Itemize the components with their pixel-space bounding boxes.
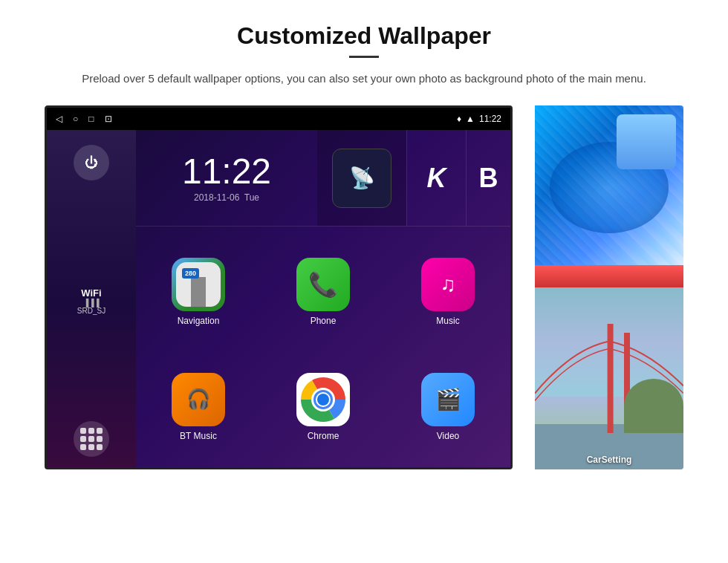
carsetting-label: CarSetting (535, 455, 683, 465)
bridge-wallpaper: CarSetting (535, 287, 683, 469)
app-video[interactable]: 🎬 Video (386, 349, 510, 464)
phone-symbol: 📞 (308, 270, 338, 299)
nav-back-icon[interactable]: ◁ (56, 114, 62, 124)
app-chrome[interactable]: Chrome (261, 349, 386, 464)
chrome-icon (296, 373, 350, 426)
left-sidebar: ⏻ WiFi ▐▐▐ SRD_SJ (47, 130, 136, 469)
status-bar: ◁ ○ □ ⊡ ♦ ▲ 11:22 (47, 108, 510, 130)
bridge-cables-svg (535, 287, 683, 469)
nav-screenshot-icon[interactable]: ⊡ (105, 114, 112, 124)
wifi-bars-icon: ▐▐▐ (77, 299, 105, 307)
radio-icon-box: 📡 (332, 149, 391, 208)
bt-music-icon: 🎧 (172, 373, 225, 426)
radio-signal-icon: 📡 (349, 166, 375, 190)
nav-recent-icon[interactable]: □ (88, 114, 94, 124)
app-navigation[interactable]: 280 Navigation (136, 234, 261, 349)
nav-shield: 280 (182, 268, 199, 279)
video-symbol: 🎬 (435, 387, 461, 411)
svg-point-4 (317, 394, 329, 406)
video-icon: 🎬 (421, 373, 475, 426)
wifi-network-name: SRD_SJ (77, 307, 105, 315)
k-widget[interactable]: K (406, 130, 466, 226)
status-time: 11:22 (479, 114, 501, 124)
chrome-label: Chrome (308, 431, 339, 441)
wifi-info: WiFi ▐▐▐ SRD_SJ (77, 287, 105, 315)
apps-grid-icon (80, 428, 103, 450)
music-icon: ♫ (421, 258, 475, 311)
wallpaper-bridge-thumb[interactable]: CarSetting (535, 287, 683, 469)
radio-widget[interactable]: 📡 (317, 130, 406, 226)
k-label: K (427, 163, 446, 194)
video-label: Video (437, 431, 459, 441)
power-button[interactable]: ⏻ (74, 145, 109, 180)
app-music[interactable]: ♫ Music (386, 234, 510, 349)
page-container: Customized Wallpaper Preload over 5 defa… (0, 0, 728, 484)
wallpaper-column: CarSetting (535, 105, 683, 469)
clock-date: 2018-11-06 Tue (194, 192, 259, 203)
wifi-status-icon: ▲ (466, 114, 475, 124)
app-grid: 280 Navigation 📞 Phone (136, 227, 510, 469)
phone-label: Phone (311, 316, 337, 326)
clock-time: 11:22 (182, 154, 271, 189)
title-divider (349, 56, 379, 58)
page-subtitle: Preload over 5 default wallpaper options… (45, 70, 683, 88)
bluetooth-symbol: 🎧 (186, 388, 210, 411)
device-screen: ◁ ○ □ ⊡ ♦ ▲ 11:22 ⏻ WiFi ▐▐ (45, 105, 513, 469)
music-label: Music (436, 316, 459, 326)
page-title: Customized Wallpaper (45, 22, 683, 50)
music-symbol: ♫ (441, 273, 456, 296)
top-widgets: 11:22 2018-11-06 Tue 📡 K (136, 130, 510, 227)
clock-widget: 11:22 2018-11-06 Tue (136, 130, 317, 226)
wifi-label: WiFi (77, 287, 105, 299)
b-widget[interactable]: B (466, 130, 510, 226)
status-right: ♦ ▲ 11:22 (457, 114, 501, 124)
content-main: 11:22 2018-11-06 Tue 📡 K (136, 130, 510, 469)
app-phone[interactable]: 📞 Phone (261, 234, 386, 349)
bt-music-label: BT Music (180, 431, 217, 441)
chrome-svg (299, 376, 347, 423)
app-bt-music[interactable]: 🎧 BT Music (136, 349, 261, 464)
b-label: B (479, 163, 498, 194)
content-area: ◁ ○ □ ⊡ ♦ ▲ 11:22 ⏻ WiFi ▐▐ (45, 105, 683, 469)
apps-button[interactable] (74, 421, 109, 457)
nav-home-icon[interactable]: ○ (73, 114, 78, 124)
navigation-label: Navigation (178, 316, 220, 326)
wallpaper-ice-thumb[interactable] (535, 105, 683, 287)
status-left: ◁ ○ □ ⊡ (56, 114, 112, 124)
location-icon: ♦ (457, 114, 461, 124)
ice-wallpaper (535, 105, 683, 287)
main-area: ⏻ WiFi ▐▐▐ SRD_SJ (47, 130, 510, 469)
phone-icon: 📞 (296, 258, 350, 311)
navigation-icon: 280 (172, 258, 225, 311)
